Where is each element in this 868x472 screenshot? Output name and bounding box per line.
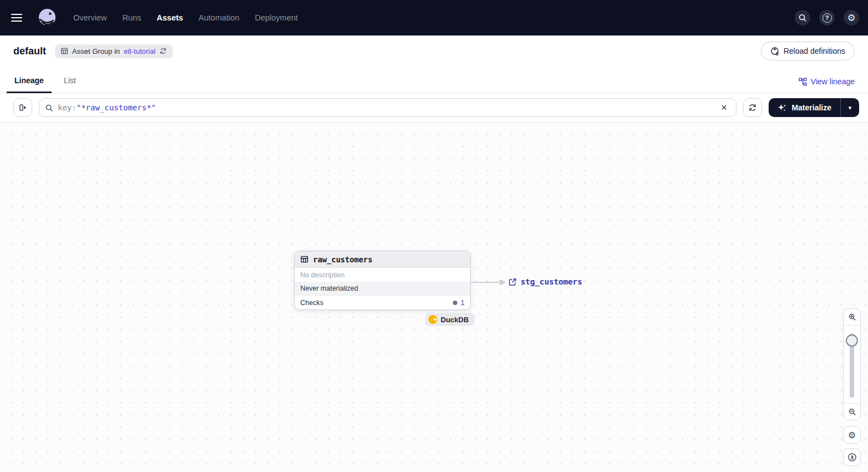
- search-icon[interactable]: [795, 10, 810, 26]
- downstream-asset-name: stg_customers: [521, 277, 582, 286]
- kind-tag-label: DuckDB: [441, 316, 469, 324]
- downstream-asset-link[interactable]: stg_customers: [508, 277, 582, 286]
- table-icon: [60, 47, 68, 55]
- view-lineage-label: View lineage: [811, 77, 855, 86]
- asset-description: No description: [295, 268, 470, 282]
- asset-status: Never materialized: [295, 282, 470, 296]
- tab-lineage[interactable]: Lineage: [13, 76, 45, 93]
- question-glyph: ?: [822, 13, 832, 23]
- zoom-slider[interactable]: [844, 326, 860, 403]
- zoom-out-icon[interactable]: [844, 403, 860, 420]
- view-lineage-icon: [799, 78, 807, 86]
- topnav-actions: ? ⚙: [795, 10, 859, 26]
- materialize-caret-button[interactable]: ▾: [840, 98, 859, 117]
- search-input[interactable]: key:"*raw_customers*" ✕: [39, 98, 736, 117]
- toolbar: key:"*raw_customers*" ✕ Materialize ▾: [0, 93, 868, 123]
- primary-nav: Overview Runs Assets Automation Deployme…: [73, 13, 298, 22]
- lineage-edge-arrow: [471, 278, 507, 287]
- settings-icon[interactable]: ⚙: [844, 10, 859, 26]
- tabs-row: Lineage List View lineage: [0, 67, 868, 93]
- nav-overview[interactable]: Overview: [73, 13, 107, 22]
- search-prefix: key:: [58, 103, 77, 112]
- gear-glyph: ⚙: [847, 13, 855, 23]
- checks-count: 1: [461, 299, 465, 307]
- asset-group-badge: Asset Group in etl-tutorial: [55, 44, 173, 58]
- badge-repo-link[interactable]: etl-tutorial: [124, 47, 155, 55]
- external-link-icon: [508, 278, 517, 286]
- kind-tag-duckdb[interactable]: DuckDB: [425, 313, 475, 326]
- search-field-icon: [45, 104, 53, 112]
- asset-checks-row[interactable]: Checks 1: [295, 296, 470, 309]
- asset-node-raw-customers[interactable]: raw_customers No description Never mater…: [294, 251, 471, 310]
- page-title: default: [13, 45, 46, 57]
- asset-node-header: raw_customers: [295, 251, 470, 268]
- checks-summary: 1: [453, 299, 465, 307]
- dagster-logo[interactable]: [37, 7, 58, 28]
- sparkle-icon: [778, 103, 787, 113]
- asset-name: raw_customers: [313, 255, 372, 264]
- nav-automation[interactable]: Automation: [199, 13, 239, 22]
- caret-down-icon: ▾: [849, 104, 852, 111]
- zoom-in-icon[interactable]: [844, 309, 860, 326]
- nav-runs[interactable]: Runs: [122, 13, 141, 22]
- recenter-icon[interactable]: [843, 448, 861, 466]
- zoom-slider-group: [843, 308, 861, 420]
- search-query: key:"*raw_customers*": [58, 103, 156, 112]
- clear-search-icon[interactable]: ✕: [718, 101, 731, 114]
- refresh-graph-icon[interactable]: [743, 98, 762, 117]
- search-value: "*raw_customers*": [77, 103, 156, 112]
- graph-settings-icon[interactable]: ⚙: [843, 426, 861, 444]
- duckdb-icon: [428, 315, 437, 324]
- zoom-slider-handle[interactable]: [846, 334, 858, 347]
- gear-glyph: ⚙: [848, 430, 856, 440]
- help-icon[interactable]: ?: [819, 10, 835, 26]
- tab-list[interactable]: List: [63, 76, 77, 93]
- zoom-controls: ⚙: [843, 308, 861, 466]
- panel-toggle-icon[interactable]: [13, 98, 32, 117]
- view-lineage-link[interactable]: View lineage: [799, 77, 855, 93]
- lineage-canvas[interactable]: raw_customers No description Never mater…: [0, 123, 868, 472]
- dagster-logo-icon: [37, 7, 58, 28]
- reload-definitions-button[interactable]: Reload definitions: [761, 42, 855, 60]
- badge-text: Asset Group in: [72, 47, 120, 55]
- table-icon: [300, 255, 309, 263]
- checks-label: Checks: [300, 299, 324, 307]
- reload-icon: [770, 47, 779, 55]
- check-status-dot: [453, 301, 457, 305]
- reload-label: Reload definitions: [784, 47, 845, 55]
- top-nav: Overview Runs Assets Automation Deployme…: [0, 0, 868, 35]
- refresh-icon[interactable]: [159, 47, 167, 55]
- nav-deployment[interactable]: Deployment: [255, 13, 297, 22]
- menu-icon[interactable]: [11, 8, 31, 28]
- materialize-button[interactable]: Materialize: [769, 98, 840, 117]
- materialize-label: Materialize: [791, 103, 831, 112]
- page-header: default Asset Group in etl-tutorial Relo…: [0, 35, 868, 67]
- materialize-split-button: Materialize ▾: [769, 98, 859, 117]
- nav-assets[interactable]: Assets: [157, 13, 183, 22]
